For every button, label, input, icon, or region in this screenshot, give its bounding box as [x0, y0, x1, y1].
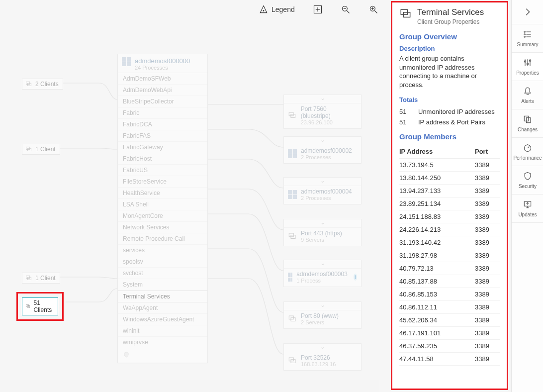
port-node[interactable]: ⌄Port 443 (https)9 Servers [283, 219, 362, 246]
client-chip[interactable]: 1 Client [22, 273, 60, 284]
process-row[interactable]: Network Services [118, 222, 207, 233]
cell-port: 3389 [475, 314, 500, 327]
panel-title: Terminal Services [417, 7, 484, 17]
tab-summary[interactable]: Summary [512, 24, 543, 53]
table-row[interactable]: 24.151.188.833389 [399, 210, 500, 223]
changes-icon [523, 114, 533, 125]
process-row[interactable]: LSA Shell [118, 199, 207, 210]
process-row[interactable]: BlueStripeCollector [118, 96, 207, 107]
process-row[interactable]: FileStoreService [118, 176, 207, 188]
process-row[interactable]: FabricFAS [118, 130, 207, 142]
summary-icon [523, 29, 533, 40]
table-row[interactable]: 47.44.11.583389 [399, 353, 500, 366]
expand-handle[interactable]: ⌄ [284, 95, 361, 103]
windows-icon [288, 190, 297, 199]
process-row[interactable]: spoolsv [118, 256, 207, 268]
machine-node-small[interactable]: ⌄admdemosf0000031 Processi [283, 260, 362, 287]
tab-security[interactable]: Security [512, 166, 543, 195]
tab-properties[interactable]: Properties [512, 53, 543, 81]
legend-button[interactable]: Legend [259, 4, 295, 14]
port-node[interactable]: ⌄Port 80 (www)2 Servers [283, 301, 362, 329]
machine-node-small[interactable]: ⌄admdemosf0000042 Processes [283, 177, 362, 204]
properties-icon [523, 58, 533, 69]
cell-ip: 13.94.237.133 [399, 185, 475, 197]
table-row[interactable]: 40.85.137.883389 [399, 275, 500, 288]
process-row[interactable]: services [118, 245, 207, 256]
expand-handle[interactable]: ⌄ [284, 344, 361, 352]
cell-ip: 45.62.206.34 [399, 314, 475, 327]
table-row[interactable]: 23.89.251.1343389 [399, 197, 500, 210]
tab-performance[interactable]: Performance [512, 138, 543, 166]
table-row[interactable]: 24.226.14.2133389 [399, 223, 500, 236]
tab-label: Summary [517, 42, 539, 47]
process-row[interactable]: wininit [118, 325, 207, 337]
table-row[interactable]: 46.37.59.2353389 [399, 340, 500, 353]
table-row[interactable]: 13.94.237.1333389 [399, 185, 500, 197]
expand-handle[interactable]: ⌄ [284, 137, 361, 145]
cell-port: 3389 [475, 262, 500, 275]
process-row[interactable]: HealthService [118, 188, 207, 199]
svg-point-33 [524, 36, 526, 38]
zoom-in-button[interactable] [368, 4, 378, 14]
machine-node[interactable]: admdemosf000000 24 Processes AdmDemoSFWe… [117, 54, 208, 363]
process-row[interactable]: wmiprvse [118, 337, 207, 348]
zoom-out-button[interactable] [341, 4, 351, 14]
process-row[interactable]: Remote Procedure Call [118, 233, 207, 245]
table-row[interactable]: 46.17.191.1013389 [399, 327, 500, 340]
tab-updates[interactable]: Updates [512, 195, 543, 223]
expand-handle[interactable]: ⌄ [284, 178, 361, 186]
process-row[interactable]: WindowsAzureGuestAgent [118, 314, 207, 325]
client-chip[interactable]: 1 Client [22, 144, 60, 155]
cell-port: 3389 [475, 185, 500, 197]
process-row[interactable]: svchost [118, 268, 207, 279]
process-row[interactable]: FabricUS [118, 165, 207, 176]
tab-label: Alerts [521, 98, 534, 104]
expand-handle[interactable]: ⌄ [284, 260, 361, 269]
fit-button[interactable] [313, 4, 323, 14]
expand-panel-button[interactable] [512, 0, 543, 24]
table-row[interactable]: 40.79.72.133389 [399, 262, 500, 275]
port-node[interactable]: ⌄Port 7560 (bluestripe)23.96.26.100 [283, 95, 362, 129]
expand-handle[interactable]: ⌄ [284, 219, 361, 228]
process-row[interactable]: System [118, 279, 207, 291]
table-row[interactable]: 40.86.112.113389 [399, 301, 500, 314]
members-table: IP Address Port 13.73.194.5338913.80.144… [399, 145, 500, 366]
expand-handle[interactable]: ⌄ [284, 302, 361, 310]
process-row[interactable]: WaAppAgent [118, 302, 207, 314]
table-row[interactable]: 31.198.27.983389 [399, 249, 500, 262]
tab-alerts[interactable]: Alerts [512, 81, 543, 109]
table-row[interactable]: 13.80.144.2503389 [399, 172, 500, 185]
node-title: Port 7560 (bluestripe) [301, 105, 357, 119]
svg-point-29 [524, 31, 526, 33]
client-chip[interactable]: 2 Clients [22, 79, 63, 90]
cell-port: 3389 [475, 275, 500, 288]
server-group-icon [288, 356, 297, 365]
process-row[interactable]: MonAgentCore [118, 210, 207, 222]
client-group-icon [25, 146, 32, 153]
table-row[interactable]: 31.193.140.423389 [399, 236, 500, 249]
node-title: admdemosf000003 [296, 271, 348, 278]
dependency-map[interactable]: 2 Clients1 Client1 Client admdemosf00000… [0, 0, 390, 392]
process-row[interactable]: FabricDCA [118, 119, 207, 130]
chevron-right-icon [522, 6, 533, 17]
process-row[interactable]: FabricGateway [118, 142, 207, 153]
table-row[interactable]: 45.62.206.343389 [399, 314, 500, 327]
tab-changes[interactable]: Changes [512, 109, 543, 138]
server-group-icon [288, 111, 297, 120]
tab-label: Changes [518, 127, 538, 132]
tab-label: Properties [516, 70, 539, 76]
port-node[interactable]: ⌄Port 32526168.63.129.16 [283, 343, 362, 371]
totals-row: 51Unmonitored IP addresses [399, 106, 500, 117]
process-row[interactable]: FabricHost [118, 153, 207, 165]
process-row[interactable]: AdmDemoWebApi [118, 85, 207, 96]
cell-ip: 23.89.251.134 [399, 197, 475, 210]
cell-port: 3389 [475, 236, 500, 249]
process-row[interactable]: AdmDemoSFWeb [118, 73, 207, 85]
table-row[interactable]: 13.73.194.53389 [399, 159, 500, 172]
table-row[interactable]: 40.86.85.1533389 [399, 288, 500, 301]
client-chip-selected[interactable]: 51 Clients [22, 297, 58, 315]
machine-subtitle: 24 Processes [135, 65, 190, 71]
process-row[interactable]: Terminal Services [118, 291, 207, 302]
process-row[interactable]: Fabric [118, 107, 207, 119]
machine-node-small[interactable]: ⌄admdemosf0000022 Processes [283, 136, 362, 164]
